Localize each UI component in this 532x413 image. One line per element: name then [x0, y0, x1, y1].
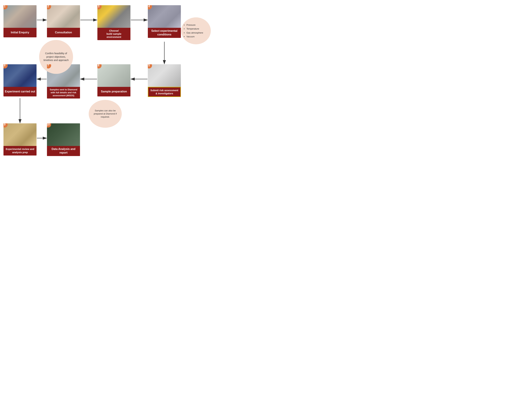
step-6-photo: [97, 64, 130, 87]
step-9-label: Experimental review and analysis prep: [3, 146, 37, 156]
step-5-label: Submit risk assessment & investigators: [148, 87, 181, 97]
step-3-label: Choose/build sampleenvironment: [97, 28, 130, 40]
step-4-card: 4 Select experimental conditions: [148, 5, 181, 38]
condition-gas: Gas atmosphere: [186, 31, 203, 35]
conditions-bubble: Pressure Temperature Gas atmosphere Vacu…: [181, 17, 211, 44]
step-9-photo: [3, 123, 37, 146]
step-3-card: 3 Choose/build sampleenvironment: [97, 5, 130, 40]
diagram-container: Confirm feasibility of project objective…: [0, 0, 212, 165]
condition-pressure: Pressure: [186, 23, 203, 27]
condition-vacuum: Vacuum: [186, 35, 203, 38]
step-4-photo: [148, 5, 181, 28]
step-1-label: Initial Enquiry: [3, 28, 37, 37]
consultation-bubble-text: Confirm feasibility of project objective…: [43, 52, 70, 62]
sample-bubble-text: Samples can also be prepared at Diamond …: [92, 109, 118, 119]
sample-bubble: Samples can also be prepared at Diamond …: [89, 100, 122, 128]
step-2-photo: [47, 5, 80, 28]
condition-temperature: Temperature: [186, 27, 203, 31]
step-6-card: 6 Sample preparation: [97, 64, 130, 96]
step-8-photo: [3, 64, 37, 87]
conditions-list: Pressure Temperature Gas atmosphere Vacu…: [186, 23, 203, 38]
consultation-bubble: Confirm feasibility of project objective…: [39, 40, 73, 74]
step-5-card: 5 Submit risk assessment & investigators: [148, 64, 181, 97]
step-1-photo: [3, 5, 37, 28]
step-10-card: 10 Data Analysis and report: [47, 123, 80, 156]
step-2-label: Consultation: [47, 28, 80, 37]
step-4-label: Select experimental conditions: [148, 28, 181, 38]
step-5-photo: [148, 64, 181, 87]
step-6-label: Sample preparation: [97, 87, 130, 96]
step-10-photo: [47, 123, 80, 146]
step-8-label: Experiment carried out: [3, 87, 37, 96]
step-1-card: 1 Initial Enquiry: [3, 5, 37, 37]
step-9-card: 9 Experimental review and analysis prep: [3, 123, 37, 156]
step-3-photo: [97, 5, 130, 28]
step-2-card: 2 Consultation: [47, 5, 80, 37]
step-7-label: Samples sent to Diamond with full detail…: [47, 87, 80, 99]
step-8-card: 8 Experiment carried out: [3, 64, 37, 96]
step-10-label: Data Analysis and report: [47, 146, 80, 156]
